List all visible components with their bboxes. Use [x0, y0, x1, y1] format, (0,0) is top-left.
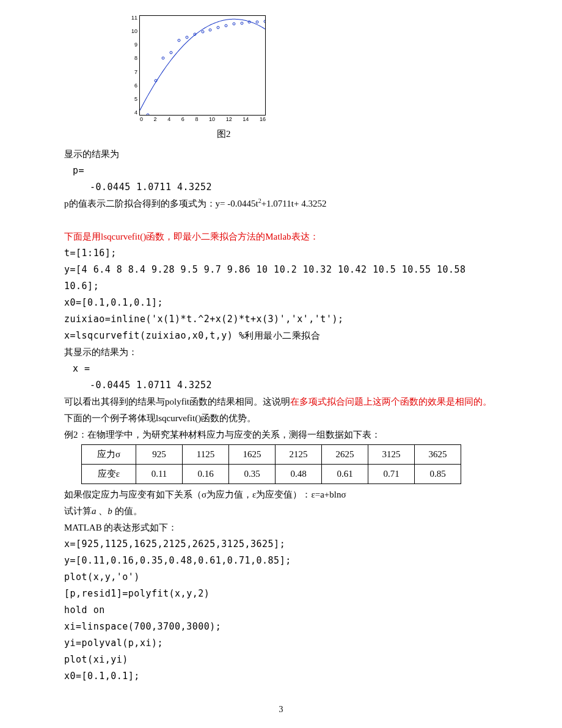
variable: b [108, 506, 112, 516]
text-fragment: 可以看出其得到的结果与polyfit函数的结果相同。这说明 [64, 397, 290, 406]
data-point [248, 21, 251, 24]
data-point [256, 20, 259, 23]
text-line-emphasis: 下面是用lsqcurvefit()函数，即最小二乘拟合方法的Matlab表达： [64, 229, 498, 245]
data-point [264, 20, 266, 23]
table-cell: 925 [136, 445, 183, 465]
data-point [217, 26, 220, 29]
text-line: 例2：在物理学中，为研究某种材料应力与应变的关系，测得一组数据如下表： [64, 427, 498, 443]
table-row: 应力σ 925 1125 1625 2125 2625 3125 3625 [82, 445, 461, 465]
chart-x-ticks: 0 2 4 6 8 10 12 14 16 [131, 117, 266, 122]
page-number: 3 [0, 702, 562, 717]
x-tick: 12 [226, 117, 232, 122]
x-tick: 6 [181, 117, 184, 122]
table-cell: 2625 [322, 445, 368, 465]
data-point [209, 29, 212, 32]
data-point [170, 51, 173, 54]
text-fragment: 的值。 [112, 506, 142, 516]
y-tick: 8 [131, 56, 137, 61]
text-line: 试计算a 、b 的值。 [64, 503, 498, 520]
y-tick: 7 [131, 70, 137, 75]
data-point [146, 114, 149, 116]
x-tick: 0 [140, 117, 143, 122]
code-line: y=[4 6.4 8 8.4 9.28 9.5 9.7 9.86 10 10.2… [64, 262, 498, 295]
code-line: plot(x,y,'o') [64, 569, 498, 586]
output-line: x = [73, 361, 498, 377]
code-line: hold on [64, 602, 498, 619]
y-tick: 10 [131, 29, 137, 34]
data-point [232, 23, 235, 26]
data-point [193, 33, 196, 36]
x-tick: 14 [243, 117, 249, 122]
code-line: x0=[0.1,0.1]; [64, 668, 498, 685]
text-line: MATLAB 的表达形式如下： [64, 520, 498, 536]
data-point [240, 21, 243, 24]
table-header-cell: 应变ε [82, 465, 136, 484]
code-line: x=[925,1125,1625,2125,2625,3125,3625]; [64, 536, 498, 553]
text-fragment: 试计算 [64, 506, 92, 516]
code-line: y=[0.11,0.16,0.35,0.48,0.61,0.71,0.85]; [64, 553, 498, 569]
text-line: 如果假定应力与应变有如下关系（σ为应力值，ε为应变值）：ε=a+blnσ [64, 487, 498, 503]
table-header-cell: 应力σ [82, 445, 136, 465]
table-cell: 0.61 [322, 465, 368, 484]
text-fragment: p的值表示二阶拟合得到的多项式为：y= -0.0445t [64, 199, 258, 208]
code-line: [p,resid1]=polyfit(x,y,2) [64, 586, 498, 602]
table-cell: 0.16 [183, 465, 229, 484]
y-tick: 5 [131, 97, 137, 102]
text-line: 下面的一个例子将体现lsqcurvefit()函数的优势。 [64, 410, 498, 427]
output-line: -0.0445 1.0711 4.3252 [90, 377, 498, 394]
y-tick: 4 [131, 110, 137, 116]
data-point [162, 57, 165, 60]
code-line: xi=linspace(700,3700,3000); [64, 619, 498, 635]
table-cell: 1125 [183, 445, 229, 465]
output-line: -0.0445 1.0711 4.3252 [90, 179, 498, 196]
data-point [201, 31, 204, 34]
text-fragment: +1.0711t+ 4.3252 [261, 199, 327, 208]
x-tick: 10 [209, 117, 215, 122]
y-tick: 9 [131, 42, 137, 48]
x-tick: 8 [195, 117, 198, 122]
figure-caption: 图2 [217, 126, 498, 142]
text-line: p的值表示二阶拟合得到的多项式为：y= -0.0445t2+1.0711t+ 4… [64, 196, 498, 212]
text-line: 显示的结果为 [64, 146, 498, 163]
data-point [224, 24, 227, 27]
code-line: t=[1:16]; [64, 245, 498, 262]
table-cell: 0.48 [276, 465, 322, 484]
table-cell: 0.11 [136, 465, 183, 484]
table-cell: 3625 [415, 445, 461, 465]
table-cell: 1625 [229, 445, 276, 465]
figure-2: 11 10 9 8 7 6 5 4 0 2 4 [131, 15, 498, 122]
code-line: x=lsqcurvefit(zuixiao,x0,t,y) %利用最小二乘拟合 [64, 328, 498, 344]
y-tick: 6 [131, 83, 137, 89]
code-line: zuixiao=inline('x(1)*t.^2+x(2)*t+x(3)','… [64, 311, 498, 328]
data-point [185, 35, 188, 39]
table-cell: 3125 [368, 445, 415, 465]
table-cell: 0.85 [415, 465, 461, 484]
code-line: plot(xi,yi) [64, 652, 498, 668]
x-tick: 4 [167, 117, 170, 122]
chart-y-ticks: 11 10 9 8 7 6 5 4 [131, 15, 139, 116]
table-cell: 2125 [276, 445, 322, 465]
text-fragment-emphasis: 在多项式拟合问题上这两个函数的效果是相同的。 [290, 397, 492, 406]
text-line: 可以看出其得到的结果与polyfit函数的结果相同。这说明在多项式拟合问题上这两… [64, 394, 498, 410]
table-row: 应变ε 0.11 0.16 0.35 0.48 0.61 0.71 0.85 [82, 465, 461, 484]
data-point [154, 79, 157, 83]
code-line: x0=[0.1,0.1,0.1]; [64, 295, 498, 311]
table-cell: 0.35 [229, 465, 276, 484]
text-fragment: 、 [97, 506, 108, 516]
variable: a [92, 506, 97, 516]
code-line: yi=polyval(p,xi); [64, 635, 498, 652]
text-line: 其显示的结果为： [64, 344, 498, 361]
y-tick: 11 [131, 15, 137, 21]
x-tick: 16 [260, 117, 266, 122]
x-tick: 2 [154, 117, 157, 122]
output-line: p= [73, 163, 498, 179]
chart-plot-area [139, 15, 266, 116]
data-table: 应力σ 925 1125 1625 2125 2625 3125 3625 应变… [81, 444, 461, 484]
table-cell: 0.71 [368, 465, 415, 484]
data-point [178, 39, 181, 42]
